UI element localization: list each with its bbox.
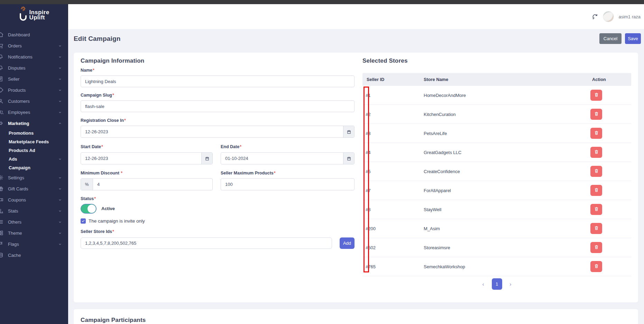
- sidebar-item-ads[interactable]: Ads: [0, 155, 68, 163]
- sidebar-item-products[interactable]: Products: [0, 84, 68, 96]
- sidebar-item-marketplace-feeds[interactable]: Marketplace Feeds: [0, 137, 68, 146]
- sidebar-item-label: Coupons: [8, 197, 26, 202]
- sidebar-item-products-ad[interactable]: Products Ad: [0, 146, 68, 155]
- sidebar-item-campaign[interactable]: Campaign: [0, 163, 68, 172]
- user-icon: [0, 98, 4, 104]
- max-products-label: Seller Maximum Products*: [221, 171, 276, 176]
- pagination-prev-button[interactable]: ‹: [480, 281, 486, 287]
- sidebar-item-notifications[interactable]: Notifications: [0, 51, 68, 62]
- sidebar-item-orders[interactable]: Orders: [0, 40, 68, 51]
- chevron-down-icon: [58, 110, 62, 114]
- sidebar-item-dashboard[interactable]: Dashboard: [0, 29, 68, 40]
- cart-icon: [0, 43, 4, 49]
- delete-store-button[interactable]: [590, 147, 602, 158]
- sidebar-item-theme[interactable]: Theme: [0, 227, 68, 238]
- store-name-cell: StayWell: [424, 207, 441, 212]
- delete-store-button[interactable]: [590, 223, 602, 234]
- trash-icon: [594, 225, 599, 232]
- sidebar-item-gift-cards[interactable]: Gift Cards: [0, 183, 68, 194]
- delete-store-button[interactable]: [590, 261, 602, 272]
- sidebar-item-cache[interactable]: Cache: [0, 250, 68, 261]
- table-row: #4GreatGadgets LLC: [362, 143, 631, 162]
- sidebar-item-seller[interactable]: Seller: [0, 73, 68, 84]
- chevron-down-icon: [58, 55, 62, 59]
- seller-id-cell: #8: [366, 207, 370, 212]
- delete-store-button[interactable]: [590, 185, 602, 196]
- campaign-card: Campaign Information Name* Campaign Slug…: [74, 53, 638, 303]
- trash-icon: [594, 206, 599, 213]
- brand-logo[interactable]: InspireUplift: [0, 4, 68, 26]
- campaign-participants-title: Campaign Participants: [81, 317, 146, 324]
- name-input[interactable]: [81, 75, 355, 87]
- status-label: Status*: [81, 196, 96, 201]
- sidebar-item-others[interactable]: Others: [0, 216, 68, 227]
- trash-icon: [594, 92, 599, 98]
- megaphone-icon: [0, 120, 4, 126]
- user-avatar[interactable]: [603, 11, 614, 22]
- store-ids-input[interactable]: [81, 237, 332, 249]
- sidebar-item-employees[interactable]: Employees: [0, 107, 68, 118]
- max-products-input[interactable]: [221, 178, 355, 190]
- sidebar-item-stats[interactable]: Stats: [0, 205, 68, 216]
- sidebar-item-flags[interactable]: Flags: [0, 238, 68, 250]
- table-row: #200M_Asim: [362, 219, 631, 238]
- minimum-discount-input[interactable]: %: [81, 178, 213, 190]
- store-name-cell: Storeasimsre: [424, 245, 450, 250]
- sidebar-item-label: Campaign: [9, 165, 30, 170]
- sidebar-item-marketing[interactable]: Marketing: [0, 118, 68, 129]
- delete-store-button[interactable]: [590, 128, 602, 139]
- delete-store-button[interactable]: [590, 109, 602, 120]
- trash-icon: [594, 244, 599, 251]
- campaign-slug-input[interactable]: [81, 100, 355, 112]
- cancel-button[interactable]: Cancel: [599, 33, 622, 44]
- bell-icon: [0, 54, 4, 60]
- refresh-icon[interactable]: [592, 14, 598, 20]
- users-icon: [0, 109, 4, 115]
- chevron-down-icon: [58, 157, 62, 161]
- calendar-icon[interactable]: [343, 126, 354, 137]
- start-date-input[interactable]: [81, 152, 213, 164]
- pagination-next-button[interactable]: ›: [508, 281, 514, 287]
- delete-store-button[interactable]: [590, 166, 602, 177]
- delete-store-button[interactable]: [590, 90, 602, 101]
- page-actions: Cancel Save: [599, 33, 641, 44]
- document-icon: [0, 76, 4, 82]
- os-top-strip: [0, 0, 644, 4]
- status-toggle[interactable]: [81, 204, 96, 214]
- add-store-button[interactable]: Add: [340, 237, 355, 249]
- col-store-name: Store Name: [424, 77, 448, 82]
- calendar-icon[interactable]: [201, 153, 212, 164]
- sidebar-item-disputes[interactable]: Disputes: [0, 62, 68, 73]
- sidebar-item-label: Marketplace Feeds: [9, 139, 49, 144]
- pagination-page-1-button[interactable]: 1: [492, 278, 502, 290]
- invite-only-checkbox[interactable]: [81, 218, 86, 224]
- store-name-cell: GreatGadgets LLC: [424, 150, 461, 155]
- sidebar-item-promotions[interactable]: Promotions: [0, 129, 68, 137]
- trash-icon: [594, 130, 599, 136]
- store-ids-label: Seller Store Ids*: [81, 229, 114, 234]
- col-seller-id: Seller ID: [367, 77, 384, 82]
- chevron-down-icon: [58, 77, 62, 81]
- store-name-cell: M_Asim: [424, 226, 440, 231]
- seller-id-cell: #1: [366, 93, 370, 98]
- trash-icon: [594, 149, 599, 155]
- chevron-down-icon: [58, 209, 62, 213]
- sidebar-item-label: Promotions: [9, 130, 34, 136]
- home-icon: [0, 32, 4, 38]
- sidebar-item-customers[interactable]: Customers: [0, 96, 68, 107]
- end-date-input[interactable]: [221, 152, 355, 164]
- calendar-icon[interactable]: [343, 153, 354, 164]
- campaign-information-title: Campaign Information: [81, 57, 144, 64]
- seller-id-cell: #4: [366, 150, 370, 155]
- delete-store-button[interactable]: [590, 204, 602, 215]
- registration-close-input[interactable]: [81, 126, 355, 138]
- list-icon: [0, 219, 4, 225]
- table-row: #502Storeasimsre: [362, 238, 631, 257]
- user-name[interactable]: asim1 raza: [618, 14, 641, 19]
- save-button[interactable]: Save: [625, 33, 641, 44]
- sidebar-item-settings[interactable]: Settings: [0, 172, 68, 183]
- sidebar-item-label: Seller: [8, 76, 19, 82]
- sidebar-item-label: Dashboard: [8, 32, 30, 37]
- delete-store-button[interactable]: [590, 242, 602, 253]
- sidebar-item-coupons[interactable]: Coupons: [0, 194, 68, 205]
